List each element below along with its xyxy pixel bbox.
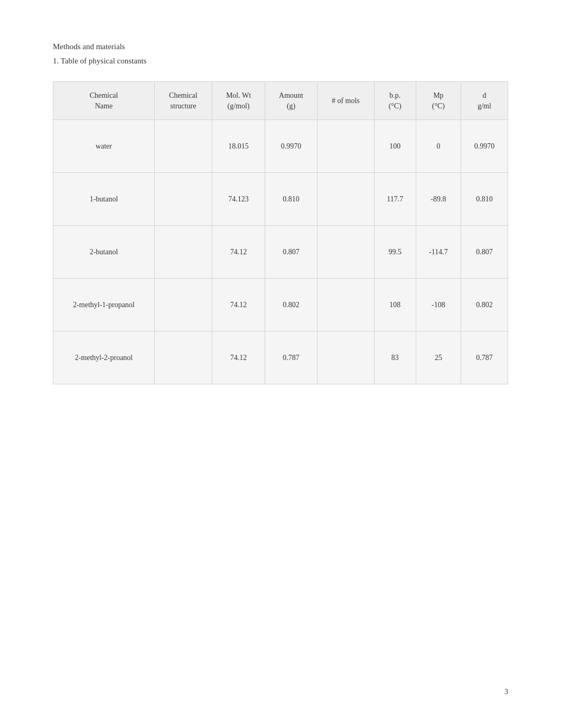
cell-density: 0.787	[461, 331, 508, 384]
col-header-density: dg/ml	[461, 82, 508, 120]
cell-bp: 117.7	[374, 173, 416, 226]
cell-amount: 0.810	[265, 173, 317, 226]
cell-num_mols	[317, 331, 374, 384]
cell-bp: 100	[374, 120, 416, 173]
cell-num_mols	[317, 226, 374, 279]
cell-density: 0.802	[461, 279, 508, 331]
table-row: 2-methyl-1-propanol74.120.802108-1080.80…	[53, 279, 508, 331]
cell-chemical_name: 2-methyl-1-propanol	[53, 279, 155, 331]
table-title: 1. Table of physical constants	[53, 57, 508, 66]
table-row: 2-methyl-2-proanol74.120.78783250.787	[53, 331, 508, 384]
cell-mol_wt: 74.12	[212, 279, 265, 331]
cell-mol_wt: 74.12	[212, 226, 265, 279]
cell-mp: -89.8	[416, 173, 461, 226]
cell-chemical_structure	[154, 279, 212, 331]
cell-density: 0.810	[461, 173, 508, 226]
cell-mp: 25	[416, 331, 461, 384]
page-number: 3	[504, 688, 508, 696]
col-header-amount: Amount(g)	[265, 82, 317, 120]
cell-mol_wt: 74.12	[212, 331, 265, 384]
table-header-row: ChemicalName Chemicalstructure Mol. Wt(g…	[53, 82, 508, 120]
cell-chemical_structure	[154, 173, 212, 226]
cell-chemical_structure	[154, 331, 212, 384]
col-header-mol-wt: Mol. Wt(g/mol)	[212, 82, 265, 120]
cell-amount: 0.9970	[265, 120, 317, 173]
cell-density: 0.9970	[461, 120, 508, 173]
cell-chemical_name: 2-methyl-2-proanol	[53, 331, 155, 384]
cell-amount: 0.787	[265, 331, 317, 384]
cell-bp: 99.5	[374, 226, 416, 279]
cell-num_mols	[317, 279, 374, 331]
cell-density: 0.807	[461, 226, 508, 279]
cell-mp: -114.7	[416, 226, 461, 279]
col-header-num-mols: # of mols	[317, 82, 374, 120]
cell-mol_wt: 74.123	[212, 173, 265, 226]
col-header-bp: b.p.(°C)	[374, 82, 416, 120]
table-row: 1-butanol74.1230.810117.7-89.80.810	[53, 173, 508, 226]
cell-num_mols	[317, 173, 374, 226]
cell-amount: 0.807	[265, 226, 317, 279]
table-row: water18.0150.997010000.9970	[53, 120, 508, 173]
cell-bp: 83	[374, 331, 416, 384]
physical-constants-table: ChemicalName Chemicalstructure Mol. Wt(g…	[53, 81, 508, 384]
cell-chemical_name: water	[53, 120, 155, 173]
cell-chemical_name: 2-butanol	[53, 226, 155, 279]
col-header-chemical-name: ChemicalName	[53, 82, 155, 120]
cell-chemical_name: 1-butanol	[53, 173, 155, 226]
cell-mp: 0	[416, 120, 461, 173]
col-header-mp: Mp(°C)	[416, 82, 461, 120]
cell-num_mols	[317, 120, 374, 173]
table-row: 2-butanol74.120.80799.5-114.70.807	[53, 226, 508, 279]
cell-mol_wt: 18.015	[212, 120, 265, 173]
cell-amount: 0.802	[265, 279, 317, 331]
cell-chemical_structure	[154, 226, 212, 279]
cell-bp: 108	[374, 279, 416, 331]
cell-mp: -108	[416, 279, 461, 331]
col-header-chemical-structure: Chemicalstructure	[154, 82, 212, 120]
section-title: Methods and materials	[53, 42, 508, 51]
cell-chemical_structure	[154, 120, 212, 173]
